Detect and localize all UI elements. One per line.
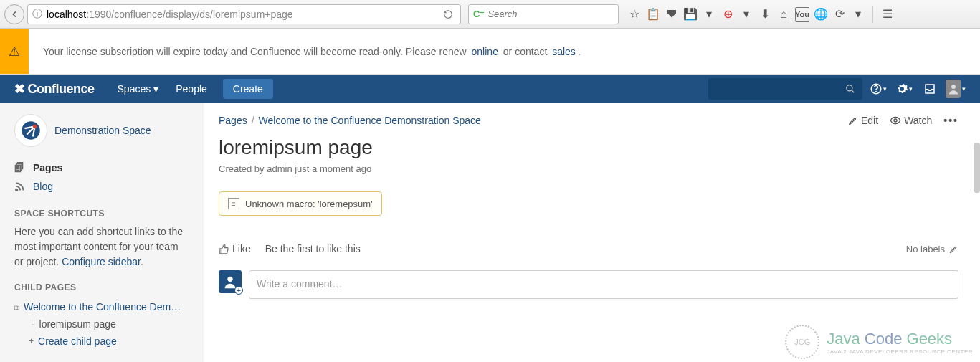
page-actions: Edit Watch ••• xyxy=(848,115,958,126)
home-icon[interactable]: ⌂ xyxy=(776,7,791,22)
svg-point-3 xyxy=(951,85,956,89)
license-warning-banner: ⚠ Your license subscription will expire … xyxy=(0,29,980,75)
sidebar: Demonstration Space 🗐 Pages Blog SPACE S… xyxy=(0,103,204,362)
browser-toolbar: ⓘ localhost:1990/confluence/display/ds/l… xyxy=(0,0,980,29)
edit-button[interactable]: Edit xyxy=(848,115,878,126)
renew-online-link[interactable]: online xyxy=(472,46,498,57)
create-child-page[interactable]: + Create child page xyxy=(14,333,189,350)
browser-search-bar[interactable]: C⁺ xyxy=(468,4,619,24)
dropdown-icon[interactable]: ▾ xyxy=(702,7,716,22)
reload-icon[interactable] xyxy=(440,9,456,19)
watermark-title: Java Code Geeks xyxy=(827,330,973,348)
download-icon[interactable]: ⬇ xyxy=(758,7,772,22)
back-button[interactable] xyxy=(4,4,24,24)
warning-text: Your license subscription will expire to… xyxy=(29,29,980,74)
divider xyxy=(872,6,873,23)
header-right: ▾ ▾ ▾ xyxy=(708,78,966,100)
unknown-macro-warning: ≡ Unknown macro: 'loremepsum' xyxy=(219,191,382,216)
confluence-header: ✖ Confluence Spaces▾ People Create ▾ ▾ ▾ xyxy=(0,75,980,103)
globe-icon[interactable]: 🌐 xyxy=(814,7,828,22)
watermark-logo: JCG Java Code Geeks JAVA 2 JAVA DEVELOPE… xyxy=(785,325,973,359)
dropdown-icon-2[interactable]: ▾ xyxy=(739,7,753,22)
confluence-logo[interactable]: ✖ Confluence xyxy=(14,81,95,97)
like-description: Be the first to like this xyxy=(265,243,361,254)
clipboard-icon[interactable]: 📋 xyxy=(646,7,660,22)
labels-section: No labels xyxy=(906,244,958,254)
svg-point-5 xyxy=(33,125,37,129)
scrollbar[interactable] xyxy=(974,143,980,193)
url-text: localhost:1990/confluence/display/ds/lor… xyxy=(47,9,440,20)
watch-button[interactable]: Watch xyxy=(890,115,932,126)
sidebar-item-pages[interactable]: 🗐 Pages xyxy=(14,158,189,177)
confluence-logo-icon: ✖ xyxy=(14,81,25,97)
sidebar-item-blog[interactable]: Blog xyxy=(14,177,189,196)
more-actions-button[interactable]: ••• xyxy=(943,115,958,126)
configure-sidebar-link[interactable]: Configure sidebar xyxy=(62,256,141,267)
inbox-icon[interactable] xyxy=(920,79,940,99)
child-page-welcome[interactable]: ⎄ Welcome to the Confluence Dem… xyxy=(14,298,189,315)
save-icon[interactable]: 💾 xyxy=(683,7,698,22)
settings-icon[interactable]: ▾ xyxy=(894,79,914,99)
plus-icon: + xyxy=(29,336,34,346)
shortcuts-description: Here you can add shortcut links to the m… xyxy=(14,224,189,270)
page-meta: Created by admin just a moment ago xyxy=(219,163,958,174)
info-icon: ⓘ xyxy=(32,8,42,21)
breadcrumb-pages[interactable]: Pages xyxy=(219,115,247,126)
search-engine-icon: C⁺ xyxy=(473,9,485,19)
profile-menu[interactable]: ▾ xyxy=(946,79,966,99)
browser-icons-group: ☆ 📋 💾 ▾ ⊕ ▾ ⬇ ⌂ You 🌐 ⟳ ▾ ☰ xyxy=(627,6,895,23)
pocket-icon[interactable] xyxy=(665,7,679,22)
space-name-link[interactable]: Demonstration Space xyxy=(54,125,151,136)
add-badge-icon: + xyxy=(234,286,243,295)
svg-point-8 xyxy=(227,277,232,282)
svg-point-0 xyxy=(847,85,852,91)
create-button[interactable]: Create xyxy=(223,79,273,99)
child-pages-heading: CHILD PAGES xyxy=(14,282,189,292)
profile-avatar-icon xyxy=(946,80,961,98)
comment-input[interactable]: Write a comment… xyxy=(249,270,958,299)
no-labels-text: No labels xyxy=(906,244,945,254)
breadcrumb-welcome[interactable]: Welcome to the Confluence Demonstration … xyxy=(259,115,481,126)
dropdown-icon-3[interactable]: ▾ xyxy=(851,7,865,22)
content-area: Pages / Welcome to the Confluence Demons… xyxy=(204,103,980,362)
comment-row: + Write a comment… xyxy=(219,270,958,299)
breadcrumb: Pages / Welcome to the Confluence Demons… xyxy=(219,115,958,126)
like-row: Like Be the first to like this No labels xyxy=(219,243,958,254)
header-nav: Spaces▾ People Create xyxy=(109,76,273,102)
space-avatar-icon xyxy=(14,114,47,147)
menu-icon[interactable]: ☰ xyxy=(880,7,895,22)
contact-sales-link[interactable]: sales xyxy=(552,46,576,57)
help-icon[interactable]: ▾ xyxy=(868,79,888,99)
svg-point-7 xyxy=(894,119,897,122)
star-icon[interactable]: ☆ xyxy=(627,7,642,22)
svg-point-2 xyxy=(876,91,877,92)
people-link[interactable]: People xyxy=(167,76,216,102)
blog-rss-icon xyxy=(14,181,27,192)
child-page-current[interactable]: └ loremipsum page xyxy=(14,315,189,333)
edit-labels-icon[interactable] xyxy=(949,244,958,254)
like-button[interactable]: Like xyxy=(219,243,251,254)
pages-icon: 🗐 xyxy=(14,162,27,173)
main-area: Demonstration Space 🗐 Pages Blog SPACE S… xyxy=(0,103,980,362)
sync-icon[interactable]: ⟳ xyxy=(832,7,847,22)
tree-branch-icon: └ xyxy=(29,319,35,329)
plus-box-icon[interactable]: ⊕ xyxy=(720,7,735,22)
svg-point-6 xyxy=(16,189,18,191)
macro-doc-icon: ≡ xyxy=(228,198,239,209)
space-header[interactable]: Demonstration Space xyxy=(14,114,189,147)
spaces-menu[interactable]: Spaces▾ xyxy=(109,76,168,102)
comment-avatar-icon: + xyxy=(219,270,242,293)
tree-icon: ⎄ xyxy=(14,302,19,312)
warning-icon: ⚠ xyxy=(0,29,29,74)
watermark-subtitle: JAVA 2 JAVA DEVELOPERS RESOURCE CENTER xyxy=(827,348,973,355)
breadcrumb-separator: / xyxy=(252,115,254,126)
youtube-icon[interactable]: You xyxy=(795,7,809,22)
watermark-circle-icon: JCG xyxy=(785,325,819,359)
page-title: loremipsum page xyxy=(219,136,958,159)
header-search[interactable] xyxy=(708,78,862,100)
shortcuts-heading: SPACE SHORTCUTS xyxy=(14,209,189,219)
browser-search-input[interactable] xyxy=(487,9,614,19)
url-bar[interactable]: ⓘ localhost:1990/confluence/display/ds/l… xyxy=(27,4,461,24)
